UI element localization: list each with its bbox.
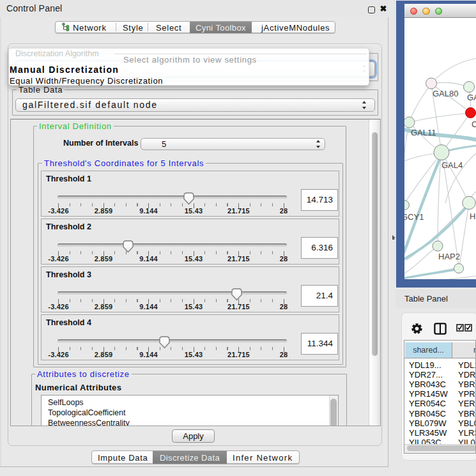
svg-text:H: H — [470, 211, 475, 221]
svg-text:GCY1: GCY1 — [404, 212, 424, 222]
svg-text:GAL80: GAL80 — [433, 89, 458, 98]
svg-text:GAL11: GAL11 — [411, 128, 436, 137]
svg-text:C: C — [472, 119, 476, 129]
svg-text:GA: GA — [467, 93, 476, 102]
svg-text:HAP2: HAP2 — [438, 252, 460, 261]
svg-text:GAL4: GAL4 — [441, 160, 463, 170]
